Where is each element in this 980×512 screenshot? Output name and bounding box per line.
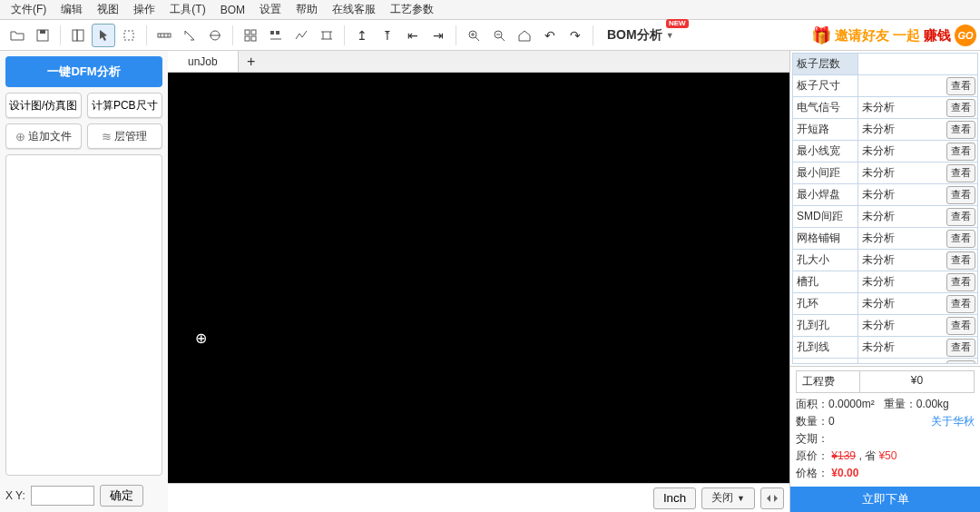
- analysis-key: 最小间距: [793, 162, 858, 183]
- save-icon[interactable]: [31, 24, 54, 47]
- analysis-row-6: 最小焊盘未分析查看: [793, 184, 977, 206]
- view-button[interactable]: 查看: [946, 273, 975, 291]
- pointer-icon[interactable]: [92, 24, 115, 47]
- zoom-in-icon[interactable]: [462, 24, 485, 47]
- view-button[interactable]: 查看: [946, 121, 975, 139]
- home-icon[interactable]: [513, 24, 536, 47]
- analysis-value: 未分析: [858, 271, 945, 292]
- tab-add-button[interactable]: +: [239, 51, 264, 72]
- align3-icon[interactable]: [315, 24, 338, 47]
- layer-manage-button[interactable]: ≋层管理: [87, 123, 163, 149]
- promo-text-3: 赚钱: [924, 27, 951, 44]
- analysis-key: 板子层数: [793, 54, 858, 74]
- svg-rect-14: [245, 30, 250, 34]
- expand-icon[interactable]: [760, 487, 784, 509]
- dfm-analyze-button[interactable]: 一键DFM分析: [5, 56, 162, 87]
- analysis-row-7: SMD间距未分析查看: [793, 206, 977, 228]
- view-button[interactable]: 查看: [946, 99, 975, 117]
- about-link[interactable]: 关于华秋: [931, 414, 975, 429]
- design-sim-button[interactable]: 设计图/仿真图: [5, 93, 82, 118]
- right-icon[interactable]: ⇥: [426, 24, 450, 47]
- view-button[interactable]: 查看: [946, 251, 975, 270]
- view-button[interactable]: 查看: [946, 186, 975, 204]
- view-button[interactable]: 查看: [946, 77, 975, 95]
- menu-0[interactable]: 文件(F): [4, 0, 54, 19]
- xy-confirm-button[interactable]: 确定: [100, 485, 143, 507]
- analysis-value: 未分析: [858, 228, 945, 249]
- tab-unjob[interactable]: unJob: [168, 51, 239, 72]
- view-button[interactable]: 查看: [946, 339, 975, 357]
- right-panel: 板子层数板子尺寸查看电气信号未分析查看开短路未分析查看最小线宽未分析查看最小间距…: [789, 51, 980, 512]
- ruler-h-icon[interactable]: [152, 24, 176, 47]
- promo-banner[interactable]: 🎁 邀请好友 一起 赚钱 GO: [811, 22, 976, 49]
- save-label: , 省: [858, 449, 876, 462]
- nav1-icon[interactable]: [66, 24, 90, 47]
- zoom-out-icon[interactable]: [487, 24, 511, 47]
- close-select[interactable]: 关闭▼: [701, 487, 755, 509]
- promo-go-icon: GO: [955, 25, 976, 46]
- area-label: 面积：: [796, 398, 828, 410]
- menubar: 文件(F)编辑视图操作工具(T)BOM设置帮助在线客服工艺参数: [0, 0, 980, 20]
- chevron-down-icon: ▼: [737, 494, 745, 503]
- qty-value: 0: [828, 415, 835, 428]
- unit-button[interactable]: Inch: [653, 487, 696, 509]
- svg-rect-1: [40, 30, 45, 34]
- file-list-panel: [5, 154, 162, 476]
- redo-icon[interactable]: ↷: [564, 24, 587, 47]
- menu-7[interactable]: 帮助: [289, 0, 325, 19]
- svg-rect-4: [124, 31, 133, 40]
- grid-icon[interactable]: [239, 24, 262, 47]
- calc-pcb-size-button[interactable]: 计算PCB尺寸: [87, 93, 163, 118]
- view-button[interactable]: 查看: [946, 143, 975, 161]
- xy-input-row: X Y: 确定: [5, 481, 162, 507]
- promo-text-2: 一起: [893, 27, 920, 44]
- ruler-d-icon[interactable]: [203, 24, 227, 47]
- view-button[interactable]: 查看: [946, 230, 975, 248]
- left-icon[interactable]: ⇤: [401, 24, 425, 47]
- bom-analyze-button[interactable]: BOM分析 NEW ▼: [599, 24, 682, 47]
- view-button[interactable]: 查看: [946, 208, 975, 226]
- fee-value: ¥0: [860, 371, 974, 392]
- open-icon[interactable]: [5, 24, 29, 47]
- canvas[interactable]: ⊕: [168, 73, 789, 483]
- analysis-value: 未分析: [858, 97, 945, 118]
- menu-1[interactable]: 编辑: [54, 0, 90, 19]
- analysis-key: 板边距离: [793, 359, 858, 364]
- view-button[interactable]: 查看: [946, 295, 975, 313]
- order-now-button[interactable]: 立即下单: [790, 487, 980, 512]
- menu-3[interactable]: 操作: [126, 0, 162, 19]
- up-icon[interactable]: ↥: [350, 24, 374, 47]
- rect-icon[interactable]: [117, 24, 141, 47]
- svg-rect-18: [270, 31, 274, 34]
- save-value: ¥50: [878, 449, 897, 462]
- menu-8[interactable]: 在线客服: [325, 0, 383, 19]
- analysis-value: [858, 75, 945, 96]
- main: 一键DFM分析 设计图/仿真图 计算PCB尺寸 ⊕追加文件 ≋层管理 X Y: …: [0, 51, 980, 512]
- align2-icon[interactable]: [289, 24, 313, 47]
- fee-label: 工程费: [797, 371, 860, 392]
- analysis-row-13: 孔到线未分析查看: [793, 337, 977, 359]
- menu-4[interactable]: 工具(T): [162, 0, 212, 19]
- analysis-key: 网格铺铜: [793, 228, 858, 249]
- view-button[interactable]: 查看: [946, 317, 975, 335]
- add-file-button[interactable]: ⊕追加文件: [5, 123, 82, 149]
- undo-icon[interactable]: ↶: [538, 24, 562, 47]
- view-button[interactable]: 查看: [946, 164, 975, 182]
- svg-line-26: [475, 37, 479, 41]
- xy-input[interactable]: [31, 486, 94, 506]
- ruler-v-icon[interactable]: [178, 24, 201, 47]
- view-button[interactable]: 查看: [946, 360, 975, 365]
- analysis-value: 未分析: [858, 206, 945, 227]
- align1-icon[interactable]: [264, 24, 288, 47]
- analysis-key: 电气信号: [793, 97, 858, 118]
- down-icon[interactable]: ⤒: [376, 24, 399, 47]
- summary-panel: 工程费 ¥0 面积：0.0000m² 重量：0.00kg 数量：0 关于华秋 交…: [790, 366, 980, 487]
- svg-rect-19: [276, 31, 279, 34]
- menu-5[interactable]: BOM: [213, 2, 252, 18]
- menu-6[interactable]: 设置: [252, 0, 289, 19]
- analysis-row-8: 网格铺铜未分析查看: [793, 228, 977, 250]
- menu-2[interactable]: 视图: [90, 0, 126, 19]
- analysis-row-5: 最小间距未分析查看: [793, 162, 977, 184]
- menu-9[interactable]: 工艺参数: [383, 0, 441, 19]
- svg-rect-3: [77, 30, 83, 41]
